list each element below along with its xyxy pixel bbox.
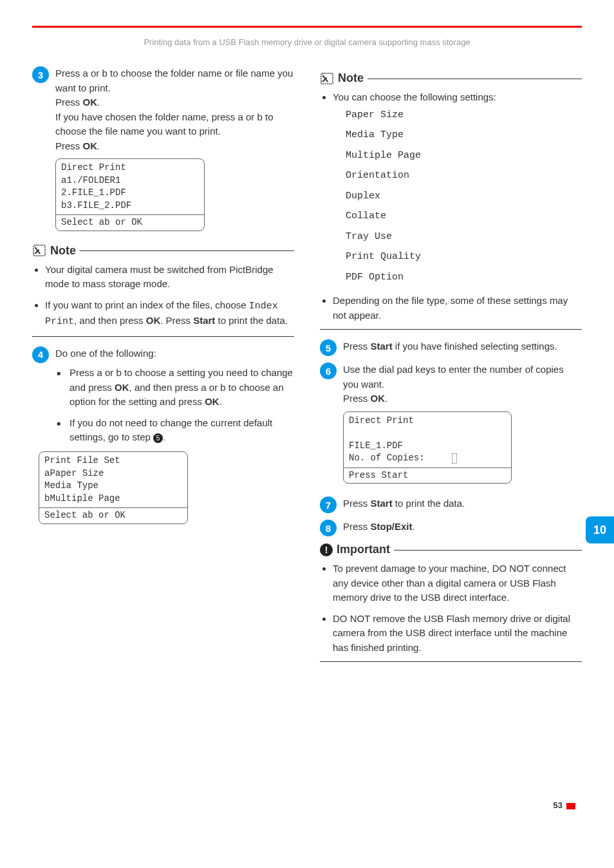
text: Press [70,367,97,378]
note-block-2: Note You can choose the following settin… [320,71,582,330]
lcd-display-2: Print File Set aPaper Size Media Type bM… [39,451,188,524]
important-title: Important [337,543,390,556]
lcd-line: Direct Print [61,162,199,175]
lcd-line: Direct Print [349,415,506,428]
lcd-line: a1./FOLDER1 [61,175,199,187]
note-icon [320,72,334,85]
divider [32,336,294,337]
note-title: Note [50,244,76,258]
text: Use the dial pad keys to enter the numbe… [343,364,564,390]
header-rule [32,26,582,28]
stop-exit-label: Stop/Exit [371,521,413,532]
note-bullet: You can choose the following settings: P… [333,90,582,287]
step-6: 6 Use the dial pad keys to enter the num… [320,363,582,490]
setting-item: Media Type [346,125,582,146]
lcd-line: FILE_1.PDF [349,440,506,453]
text: If you have chosen the folder name, pres… [55,111,238,122]
chapter-tab: 10 [586,516,614,543]
ok-label: OK [83,97,98,108]
lcd-footer: Select ab or OK [39,507,187,524]
note-rule [80,250,294,251]
text: If you want to print an index of the fil… [45,299,249,310]
text: If you do not need to change the current… [70,417,272,443]
lcd-line: bMultiple Page [44,493,182,505]
cursor-icon [452,453,457,464]
step-num-4: 4 [32,346,49,363]
arrow-up-icon: a [238,111,243,122]
text: , and then press [74,315,146,326]
text: to print the data. [393,498,465,509]
setting-item: Orientation [346,165,582,186]
text: . [413,521,415,532]
note-rule [367,78,582,79]
lcd-line [349,427,506,440]
start-label: Start [371,498,393,509]
text: if you have finished selecting settings. [393,341,557,352]
arrow-down-icon: b [102,68,107,79]
text: . [97,97,100,108]
setting-item: Tray Use [346,227,582,247]
setting-item: Collate [346,206,582,227]
lcd-line: 2.FILE_1.PDF [61,187,199,200]
settings-list: Paper Size Media Type Multiple Page Orie… [333,105,582,288]
start-label: Start [371,341,393,352]
step-5: 5 Press Start if you have finished selec… [320,339,582,356]
right-column: Note You can choose the following settin… [320,66,582,672]
setting-item: Print Quality [346,247,582,267]
important-bullet: To prevent damage to your machine, DO NO… [333,561,582,605]
arrow-up-icon: a [201,382,206,393]
lcd-line: No. of Copies: [349,452,506,465]
text: or [207,382,221,393]
lcd-line: Media Type [44,480,182,493]
text: or [88,68,102,79]
step-4: 4 Do one of the following: Press a or b … [32,346,294,531]
text: Press [55,68,83,79]
lcd-line: aPaper Size [44,467,182,480]
step-3: 3 Press a or b to choose the folder name… [32,66,294,238]
setting-item: PDF Option [346,267,582,288]
note-rule [394,549,582,551]
note-icon [32,244,46,257]
text: to print the data. [215,315,288,326]
note-bullet: If you want to print an index of the fil… [45,298,294,330]
ok-label: OK [115,382,129,393]
text: or [243,111,257,122]
start-label: Start [193,315,215,326]
step-num-3: 3 [32,66,49,83]
lcd-footer: Select ab or OK [56,214,204,231]
arrow-down-icon: b [220,382,225,393]
left-column: 3 Press a or b to choose the folder name… [32,66,294,672]
sub-bullet: If you do not need to change the current… [70,416,294,445]
ok-label: OK [83,140,98,151]
lcd-footer: Press Start [344,467,511,484]
step-ref-5: 5 [153,433,163,443]
text: Press [343,341,371,352]
note-bullet: Your digital camera must be switched fro… [45,263,294,292]
page-number: 53 [0,800,614,829]
text: Press [343,393,371,404]
divider [320,661,582,662]
ok-label: OK [371,393,386,404]
page-num-bar-icon [566,803,575,809]
lcd-display-1: Direct Print a1./FOLDER1 2.FILE_1.PDF b3… [55,158,205,231]
step-num-5: 5 [320,339,337,356]
text: . Press [160,315,193,326]
note-block-1: Note Your digital camera must be switche… [32,244,294,337]
note-title: Note [338,71,364,85]
divider [320,329,582,330]
text: Press [343,498,371,509]
arrow-down-icon: b [257,111,263,122]
breadcrumb: Printing data from a USB Flash memory dr… [0,37,614,47]
arrow-up-icon: a [83,68,88,79]
svg-rect-0 [33,245,45,256]
text: Do one of the following: [55,348,156,359]
text: . [97,140,100,151]
lcd-line: Print File Set [44,455,182,467]
svg-rect-1 [321,73,333,83]
text: Press [343,521,371,532]
ok-label: OK [205,396,219,407]
step-num-6: 6 [320,363,337,379]
text: Press [55,140,83,151]
setting-item: Multiple Page [346,146,582,166]
text: , and then press [129,382,201,393]
